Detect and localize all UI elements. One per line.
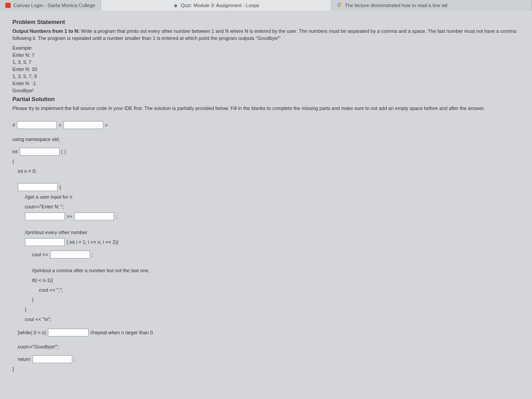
- code-comment: //printout a comma after a number but no…: [32, 266, 149, 275]
- blank-cin-var[interactable]: [74, 212, 114, 220]
- blank-cin[interactable]: [25, 212, 65, 220]
- code-text: }: [25, 305, 27, 314]
- code-text: ;: [74, 354, 75, 364]
- code-text: #: [12, 120, 15, 130]
- tab-canvas-login[interactable]: Canvas Login - Santa Monica College: [0, 0, 101, 11]
- problem-statement-heading: Problem Statement: [12, 19, 520, 25]
- code-text: if(i < n-1){: [32, 275, 53, 285]
- tab-label: Canvas Login - Santa Monica College: [13, 3, 95, 8]
- code-text: ;: [92, 250, 93, 259]
- problem-lead-rest: Write a program that prints out every ot…: [12, 28, 516, 41]
- code-text: cout<<"Goodbye!";: [18, 342, 59, 352]
- code-text: }: [12, 364, 14, 374]
- code-text: {: [59, 182, 61, 192]
- code-text: cout <<: [32, 250, 48, 259]
- code-text: >: [105, 120, 108, 130]
- example-line: 1, 3, 5, 7, 9: [12, 73, 520, 80]
- quiz-icon: ◆: [173, 3, 178, 8]
- code-text: ;: [116, 211, 117, 221]
- code-text: cout << "\n";: [25, 314, 51, 324]
- partial-solution-instructions: Please try to implement the full source …: [12, 105, 520, 112]
- partial-solution-heading: Partial Solution: [12, 96, 520, 102]
- code-text: }: [32, 295, 34, 305]
- canvas-icon: [5, 3, 11, 8]
- code-text: }while( 0 < n): [18, 328, 46, 337]
- blank-include-header[interactable]: [63, 121, 103, 129]
- tab-label: Quiz: Module 3: Assignment - Loops: [181, 3, 259, 8]
- blank-for-keyword[interactable]: [25, 238, 65, 246]
- problem-statement-text: Output Numbers from 1 to N: Write a prog…: [12, 28, 520, 42]
- blank-while-terminator[interactable]: [48, 329, 89, 336]
- code-comment: //get a user input for n: [25, 192, 72, 202]
- code-text: {: [12, 156, 14, 166]
- example-line: Example:: [12, 45, 520, 52]
- code-text: using namespace std;: [12, 134, 60, 144]
- tab-quiz-active[interactable]: ◆ Quiz: Module 3: Assignment - Loops: [101, 0, 332, 11]
- quiz-content: Problem Statement Output Numbers from 1 …: [0, 11, 532, 378]
- code-text: int: [12, 147, 18, 156]
- blank-do-keyword[interactable]: [18, 183, 58, 191]
- code-text: ( int i = 1; i <= n; i += 2){: [66, 237, 118, 247]
- google-icon: G: [337, 3, 342, 8]
- code-text: ): [64, 147, 66, 156]
- code-comment: //printout every other number: [25, 227, 87, 237]
- code-text: int n = 0;: [18, 166, 37, 176]
- code-fill-area: # < > using namespace std; int () { int …: [12, 120, 520, 374]
- blank-main-name[interactable]: [20, 148, 59, 156]
- code-text: cout << ",";: [39, 285, 63, 295]
- tab-label: The lecture demonstrated how to read a l…: [345, 3, 448, 8]
- blank-cout-i[interactable]: [50, 250, 90, 258]
- blank-return-value[interactable]: [32, 355, 72, 363]
- example-block: Example: Enter N: 7 1, 3, 5, 7 Enter N: …: [12, 45, 520, 94]
- code-text: cout<<"Enter N: ";: [25, 202, 64, 211]
- code-text: <: [59, 120, 61, 130]
- code-text: (: [61, 147, 63, 156]
- code-text: return: [18, 354, 31, 364]
- example-line: Enter N: 10: [12, 66, 520, 73]
- example-line: Enter N: -1: [12, 80, 520, 87]
- code-comment: //repeat when n larger than 0: [90, 328, 153, 337]
- example-line: 1, 3, 5, 7: [12, 59, 520, 66]
- example-line: Enter N: 7: [12, 52, 520, 59]
- blank-include-directive[interactable]: [17, 121, 57, 129]
- example-line: Goodbye!: [12, 87, 520, 94]
- tab-google-lecture[interactable]: G The lecture demonstrated how to read a…: [332, 0, 532, 11]
- browser-tabbar: Canvas Login - Santa Monica College ◆ Qu…: [0, 0, 532, 11]
- code-text: >>: [66, 211, 72, 221]
- problem-lead-bold: Output Numbers from 1 to N:: [12, 28, 80, 34]
